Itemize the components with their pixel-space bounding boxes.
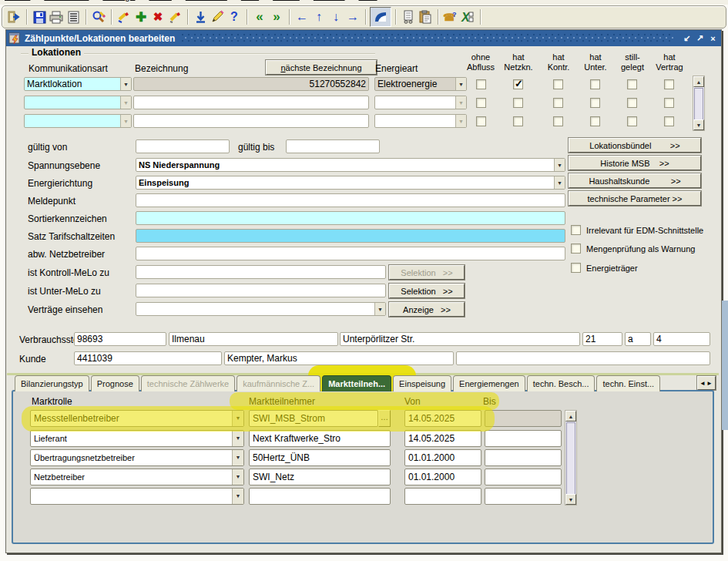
hat-netzkn-checkbox[interactable] — [513, 116, 523, 126]
chevron-down-icon[interactable]: ▼ — [120, 78, 131, 90]
chevron-down-icon[interactable]: ▼ — [374, 303, 385, 315]
kunde-name-field[interactable]: Kempter, Markus — [224, 351, 454, 365]
save-icon[interactable] — [31, 8, 48, 25]
scrollbar-thumb[interactable] — [566, 422, 575, 495]
minimize-icon[interactable]: ↙ — [681, 32, 693, 44]
von-field[interactable]: 14.05.2025 — [404, 410, 481, 427]
energieart-select[interactable]: ▼ — [374, 114, 467, 128]
von-field[interactable] — [404, 488, 481, 505]
abw-netzbetreiber-field[interactable] — [136, 247, 565, 260]
clear-record-icon[interactable] — [166, 8, 183, 25]
haushaltskunde-button[interactable]: Haushaltskunde >> — [569, 173, 701, 188]
menu-item-block[interactable]: Block — [149, 0, 171, 2]
energierichtung-select[interactable]: Einspeisung▼ — [136, 176, 565, 190]
menu-item-aktion[interactable]: Aktion — [5, 0, 30, 2]
hat-vertrag-checkbox[interactable] — [664, 79, 674, 89]
verbrauchsstelle-hausnr-field[interactable]: 21 — [582, 332, 622, 346]
enter-query-icon[interactable] — [116, 8, 133, 25]
down-icon[interactable]: ↓ — [327, 8, 344, 25]
energieart-select[interactable]: ▼ — [374, 96, 467, 109]
bis-field[interactable] — [485, 469, 562, 485]
scroll-down-icon[interactable]: ▼ — [565, 494, 576, 505]
von-field[interactable]: 14.05.2025 — [404, 430, 481, 447]
marktteilnehmer-field[interactable] — [249, 488, 391, 505]
verbrauchsstelle-nummer-field[interactable]: 98693 — [74, 332, 166, 346]
menu-item-extern[interactable]: Extern — [273, 0, 300, 2]
table-scrollbar[interactable]: ▲ ▼ — [565, 410, 577, 506]
up-icon[interactable]: ↑ — [310, 8, 327, 25]
query-edit-icon[interactable] — [90, 8, 107, 25]
left-icon[interactable]: ← — [294, 8, 310, 25]
menu-item-hilfe[interactable]: Hilfe — [359, 0, 377, 2]
ohne-abfluss-checkbox[interactable] — [476, 79, 486, 89]
hotline-icon[interactable]: ☎? — [442, 8, 459, 25]
hat-netzkn-checkbox[interactable] — [513, 98, 523, 108]
menu-item-abfrage[interactable]: Abfrage — [102, 0, 135, 2]
vertraege-select[interactable]: ▼ — [136, 302, 386, 316]
list-icon[interactable] — [65, 8, 82, 25]
kunde-zusatz-field[interactable] — [456, 351, 710, 365]
hat-kontr-checkbox[interactable] — [553, 116, 563, 126]
insert-record-icon[interactable]: ✚ — [133, 8, 149, 25]
marktrolle-select[interactable]: Netzbetreiber▼ — [30, 469, 244, 485]
exit-icon[interactable] — [5, 8, 22, 25]
tab-bilanzierungstyp[interactable]: Bilanzierungstyp — [15, 375, 89, 391]
edit-icon[interactable] — [209, 8, 226, 25]
stillgelegt-checkbox[interactable] — [627, 79, 637, 89]
marktrolle-select[interactable]: Messstellenbetreiber▼ — [30, 410, 244, 427]
hat-kontr-checkbox[interactable] — [553, 79, 563, 89]
marktteilnehmer-field[interactable]: SWI_Netz — [249, 469, 391, 485]
mengenpruefung-checkbox[interactable] — [571, 244, 581, 254]
sortierkennzeichen-field[interactable] — [136, 211, 565, 225]
chevron-down-icon[interactable]: ▼ — [554, 176, 565, 189]
chevron-down-icon[interactable]: ▼ — [232, 431, 243, 446]
kommunikationsart-select[interactable]: Marktlokation▼ — [24, 77, 132, 91]
kommunikationsart-select[interactable]: ▼ — [24, 96, 132, 109]
hat-unter-checkbox[interactable] — [590, 116, 600, 126]
bis-field[interactable] — [485, 410, 562, 427]
von-field[interactable]: 01.01.2000 — [404, 449, 481, 466]
chevron-down-icon[interactable]: ▼ — [232, 411, 243, 426]
irrelevant-edm-checkbox[interactable] — [571, 225, 581, 235]
meldepunkt-field[interactable] — [136, 193, 565, 207]
ohne-abfluss-checkbox[interactable] — [476, 98, 486, 108]
von-field[interactable]: 01.01.2000 — [404, 469, 481, 485]
app-logo-icon[interactable] — [370, 7, 391, 27]
duplicate-record-icon[interactable] — [400, 8, 417, 25]
bis-field[interactable] — [485, 430, 562, 447]
tab-techn-einst[interactable]: techn. Einst... — [596, 375, 660, 391]
scrollbar-thumb[interactable] — [694, 88, 703, 120]
hat-vertrag-checkbox[interactable] — [664, 98, 674, 108]
bezeichnung-field[interactable]: 51270552842 — [133, 77, 369, 91]
restore-icon[interactable]: ↗ — [694, 32, 706, 44]
energieart-select[interactable]: Elektroenergie▼ — [374, 77, 467, 91]
chevron-down-icon[interactable]: ▼ — [455, 78, 466, 90]
technische-parameter-button[interactable]: technische Parameter >> — [569, 191, 701, 206]
tab-einspeisung[interactable]: Einspeisung — [393, 375, 451, 391]
menu-item-feld[interactable]: Feld — [241, 0, 259, 2]
bezeichnung-field[interactable] — [133, 114, 369, 128]
marktteilnehmer-field[interactable]: Next Kraftwerke_Stro — [249, 430, 391, 447]
selektion-unter-button[interactable]: Selektion >> — [389, 284, 465, 298]
kommunikationsart-select[interactable]: ▼ — [24, 114, 132, 128]
previous-block-icon[interactable]: « — [251, 8, 268, 25]
bis-field[interactable] — [485, 488, 562, 505]
paste-icon[interactable] — [417, 8, 434, 25]
ohne-abfluss-checkbox[interactable] — [476, 116, 486, 126]
chevron-down-icon[interactable]: ▼ — [232, 469, 243, 485]
tab-prognose[interactable]: Prognose — [91, 375, 139, 391]
gueltig-von-field[interactable] — [136, 139, 230, 153]
marktrolle-select[interactable]: Lieferant▼ — [30, 430, 244, 447]
tab-marktteilnehmer[interactable]: Marktteilneh... — [322, 375, 391, 391]
delete-record-icon[interactable]: ✖ — [149, 8, 166, 25]
stillgelegt-checkbox[interactable] — [627, 116, 637, 126]
chevron-down-icon[interactable]: ▼ — [554, 159, 565, 171]
hat-unter-checkbox[interactable] — [590, 98, 600, 108]
verbrauchsstelle-ort-field[interactable]: Ilmenau — [169, 332, 338, 346]
stillgelegt-checkbox[interactable] — [627, 98, 637, 108]
scroll-up-icon[interactable]: ▲ — [693, 76, 704, 87]
lokationen-scrollbar[interactable]: ▲ ▼ — [693, 76, 705, 131]
lokationsbuendel-button[interactable]: Lokationsbündel >> — [569, 138, 701, 153]
spannungsebene-select[interactable]: NS Niederspannung▼ — [136, 158, 565, 172]
tab-techn-besch[interactable]: techn. Besch... — [527, 375, 595, 391]
